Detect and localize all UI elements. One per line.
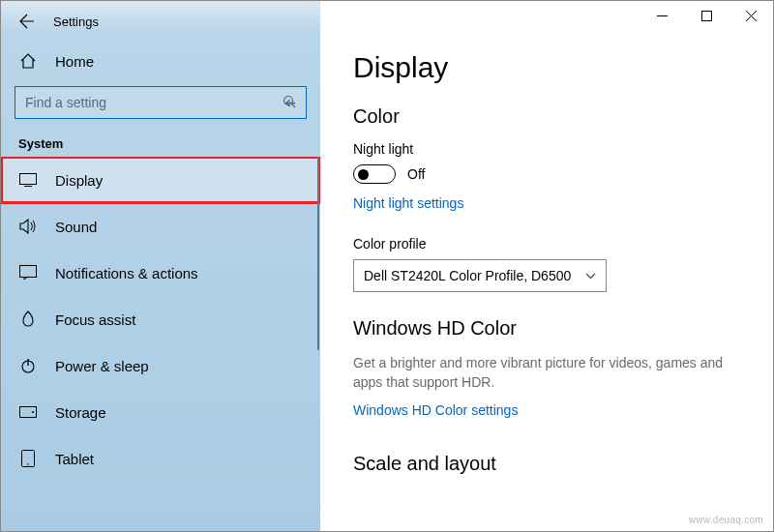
display-icon (18, 170, 38, 190)
sidebar-item-notifications[interactable]: Notifications & actions (1, 250, 320, 296)
focus-assist-icon (18, 310, 38, 329)
sidebar-item-sound[interactable]: Sound (1, 203, 320, 250)
scrollbar-thumb[interactable] (317, 157, 319, 350)
night-light-toggle[interactable] (353, 164, 396, 184)
color-profile-label: Color profile (353, 236, 740, 251)
sidebar-item-label: Tablet (55, 451, 94, 467)
sidebar-item-label: Power & sleep (55, 358, 149, 374)
search-wrap: ➔︎ (1, 78, 320, 123)
sound-icon (18, 217, 38, 236)
page-title: Display (353, 51, 740, 84)
section-color-heading: Color (353, 105, 740, 128)
sidebar-item-power-sleep[interactable]: Power & sleep (1, 342, 320, 389)
storage-icon (18, 402, 38, 422)
section-hdcolor-heading: Windows HD Color (353, 317, 740, 340)
night-light-state: Off (407, 166, 425, 182)
svg-point-8 (27, 463, 29, 465)
hdcolor-settings-link[interactable]: Windows HD Color settings (353, 402, 518, 418)
color-profile-value: Dell ST2420L Color Profile, D6500 (364, 268, 571, 283)
sidebar-nav: Display Sound Notifications & actions (1, 157, 320, 531)
watermark: www.deuaq.com (689, 515, 763, 525)
night-light-settings-link[interactable]: Night light settings (353, 195, 463, 211)
chevron-down-icon (585, 270, 596, 281)
sidebar-item-tablet[interactable]: Tablet (1, 435, 320, 482)
night-light-toggle-row: Off (353, 164, 740, 184)
close-button[interactable] (729, 1, 773, 30)
sidebar: Home ➔︎ System Display (1, 34, 320, 531)
toggle-knob (358, 169, 369, 180)
svg-point-6 (32, 411, 34, 413)
notifications-icon (18, 263, 38, 282)
search-field[interactable] (25, 95, 284, 110)
home-label: Home (55, 53, 94, 70)
maximize-button[interactable] (684, 1, 729, 30)
svg-rect-2 (20, 174, 37, 185)
sidebar-category-label: System (1, 123, 320, 157)
night-light-label: Night light (353, 141, 740, 157)
titlebar: Settings (1, 1, 773, 34)
sidebar-item-home[interactable]: Home (1, 44, 320, 78)
sidebar-item-label: Sound (55, 219, 97, 235)
sidebar-item-label: Notifications & actions (55, 265, 198, 281)
search-input[interactable]: ➔︎ (15, 86, 307, 119)
hdcolor-desc: Get a brighter and more vibrant picture … (353, 353, 740, 393)
svg-rect-3 (20, 266, 37, 278)
tablet-icon (18, 449, 38, 468)
search-icon: ➔︎ (284, 95, 296, 110)
sidebar-item-label: Focus assist (55, 311, 135, 328)
back-icon[interactable] (18, 13, 36, 30)
home-icon (18, 51, 38, 71)
content-pane: Display Color Night light Off Night ligh… (320, 34, 773, 531)
window-controls (640, 1, 773, 30)
window-body: Home ➔︎ System Display (1, 34, 773, 531)
window-title: Settings (53, 15, 99, 29)
sidebar-item-storage[interactable]: Storage (1, 389, 320, 435)
settings-window: Settings Home (1, 1, 773, 531)
section-scale-heading: Scale and layout (353, 453, 740, 475)
sidebar-item-label: Display (55, 172, 103, 189)
svg-rect-0 (701, 11, 711, 20)
sidebar-item-focus-assist[interactable]: Focus assist (1, 296, 320, 342)
sidebar-item-display[interactable]: Display (1, 157, 320, 203)
color-profile-select[interactable]: Dell ST2420L Color Profile, D6500 (353, 259, 607, 292)
titlebar-left: Settings (1, 1, 320, 34)
sidebar-item-label: Storage (55, 404, 106, 421)
power-icon (18, 356, 38, 375)
minimize-button[interactable] (640, 1, 684, 30)
